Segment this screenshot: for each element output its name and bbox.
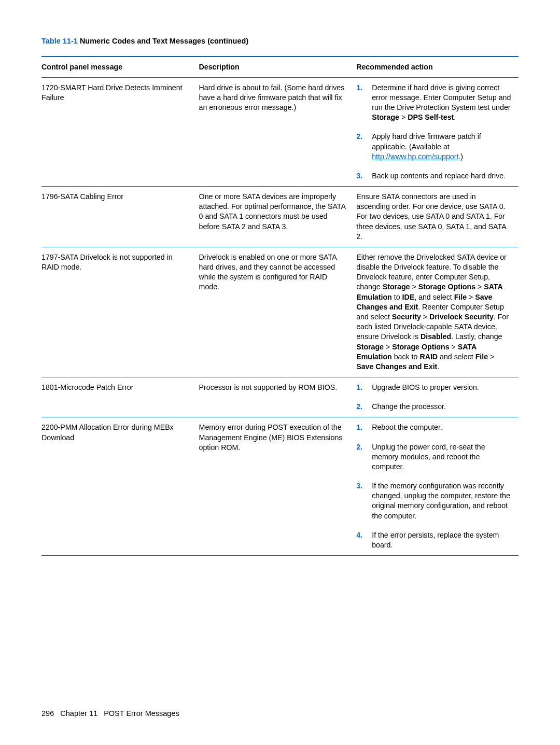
cell-message: 1797-SATA Drivelock is not supported in … [41, 247, 199, 377]
action-item: 2.Unplug the power cord, re-seat the mem… [356, 442, 511, 472]
action-text: Change the processor. [372, 402, 511, 412]
error-table: Control panel message Description Recomm… [41, 56, 519, 556]
table-row: 2200-PMM Allocation Error during MEBx Do… [41, 417, 519, 556]
action-text: If the memory configuration was recently… [372, 481, 511, 521]
cell-recommended: 1.Determine if hard drive is giving corr… [356, 77, 519, 186]
cell-description: One or more SATA devices are improperly … [199, 187, 357, 247]
action-number: 1. [356, 423, 365, 432]
action-list: 1.Reboot the computer.2.Unplug the power… [356, 423, 511, 550]
action-item: 3.If the memory configuration was recent… [356, 481, 511, 521]
action-item: 3.Back up contents and replace hard driv… [356, 171, 511, 181]
action-text: Upgrade BIOS to proper version. [372, 383, 511, 392]
action-item: 4.If the error persists, replace the sys… [356, 530, 511, 550]
action-item: 1.Determine if hard drive is giving corr… [356, 83, 511, 123]
table-number: Table 11-1 [41, 37, 78, 45]
table-row: 1801-Microcode Patch ErrorProcessor is n… [41, 377, 519, 417]
action-number: 2. [356, 442, 365, 472]
chapter-label: Chapter 11 [60, 709, 97, 718]
action-text: Determine if hard drive is giving correc… [372, 83, 511, 123]
chapter-title: POST Error Messages [104, 709, 179, 718]
action-item: 2.Change the processor. [356, 402, 511, 412]
col-header-recommended: Recommended action [356, 57, 519, 78]
action-number: 1. [356, 383, 365, 392]
cell-recommended: Either remove the Drivelocked SATA devic… [356, 247, 519, 377]
cell-recommended: Ensure SATA connectors are used in ascen… [356, 187, 519, 247]
page-footer: 296 Chapter 11 POST Error Messages [41, 709, 179, 719]
cell-message: 2200-PMM Allocation Error during MEBx Do… [41, 417, 199, 556]
cell-description: Processor is not supported by ROM BIOS. [199, 377, 357, 417]
action-item: 1.Reboot the computer. [356, 423, 511, 432]
page-number: 296 [41, 709, 54, 718]
action-number: 1. [356, 83, 365, 123]
cell-message: 1801-Microcode Patch Error [41, 377, 199, 417]
action-number: 3. [356, 481, 365, 521]
table-row: 1720-SMART Hard Drive Detects Imminent F… [41, 77, 519, 186]
table-title: Table 11-1 Numeric Codes and Text Messag… [41, 36, 519, 47]
cell-message: 1796-SATA Cabling Error [41, 187, 199, 247]
action-list: 1.Determine if hard drive is giving corr… [356, 83, 511, 181]
action-number: 4. [356, 530, 365, 550]
cell-description: Hard drive is about to fail. (Some hard … [199, 77, 357, 186]
action-number: 3. [356, 171, 365, 181]
table-row: 1797-SATA Drivelock is not supported in … [41, 247, 519, 377]
cell-description: Memory error during POST execution of th… [199, 417, 357, 556]
action-text: Unplug the power cord, re-seat the memor… [372, 442, 511, 472]
action-item: 1.Upgrade BIOS to proper version. [356, 383, 511, 392]
action-text: Back up contents and replace hard drive. [372, 171, 511, 181]
cell-recommended: 1.Reboot the computer.2.Unplug the power… [356, 417, 519, 556]
action-text: Apply hard drive firmware patch if appli… [372, 132, 511, 162]
col-header-message: Control panel message [41, 57, 199, 78]
action-number: 2. [356, 402, 365, 412]
action-text: Reboot the computer. [372, 423, 511, 432]
action-item: 2.Apply hard drive firmware patch if app… [356, 132, 511, 162]
cell-recommended: 1.Upgrade BIOS to proper version.2.Chang… [356, 377, 519, 417]
col-header-description: Description [199, 57, 357, 78]
cell-description: Drivelock is enabled on one or more SATA… [199, 247, 357, 377]
action-text: If the error persists, replace the syste… [372, 530, 511, 550]
action-list: 1.Upgrade BIOS to proper version.2.Chang… [356, 383, 511, 412]
action-number: 2. [356, 132, 365, 162]
cell-message: 1720-SMART Hard Drive Detects Imminent F… [41, 77, 199, 186]
table-row: 1796-SATA Cabling ErrorOne or more SATA … [41, 187, 519, 247]
table-title-text: Numeric Codes and Text Messages (continu… [78, 37, 248, 45]
